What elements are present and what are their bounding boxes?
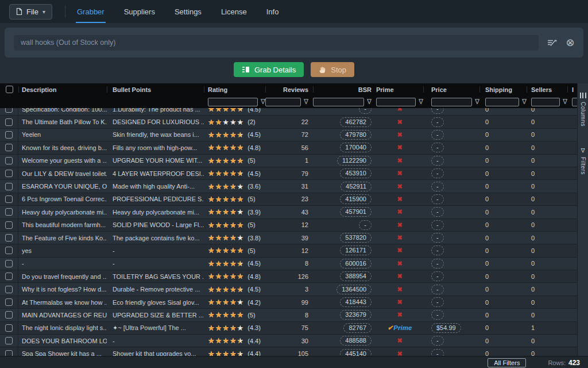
funnel-icon[interactable]: ∇ (563, 98, 567, 105)
cell-bsr: 418443 (313, 296, 376, 308)
row-checkbox[interactable] (5, 286, 13, 293)
funnel-icon[interactable]: ∇ (261, 98, 265, 105)
table-row[interactable]: Our LILY & DREW travel toilet... 4 LAYER… (0, 167, 577, 180)
cell-price: - (423, 180, 479, 192)
row-checkbox[interactable] (5, 170, 13, 177)
row-checkbox[interactable] (5, 157, 13, 164)
cell-rating: ★★★★★★★★★★ (4.5) (204, 129, 265, 141)
column-header-shipping[interactable]: Shipping (479, 83, 527, 95)
no-prime-icon: ✖ (397, 157, 402, 164)
row-checkbox[interactable] (5, 260, 13, 267)
table-row[interactable]: Welcome your guests with a ... UPGRADE Y… (0, 155, 577, 167)
grab-details-button[interactable]: Grab Details (234, 62, 304, 77)
filter-edit-icon[interactable] (544, 35, 559, 50)
table-row[interactable]: yes - ★★★★★★★★★★ (5) 12 126171 ✖ ✔Prime … (0, 244, 577, 257)
filter-input-reviews[interactable] (265, 98, 301, 106)
table-row[interactable]: The Feature of Five kinds Ko... The pack… (0, 232, 577, 244)
table-row[interactable]: Heavy duty polycarbonate mi... Heavy dut… (0, 206, 577, 218)
table-row[interactable]: The night Ionic display light s... ✦~ [U… (0, 322, 577, 335)
column-header-prime[interactable]: Prime (376, 83, 423, 95)
tab-suppliers[interactable]: Suppliers (123, 0, 156, 23)
column-header-rating[interactable]: Rating (204, 83, 265, 95)
column-header-sellers[interactable]: Sellers (527, 83, 567, 95)
no-prime-icon: ✖ (397, 337, 402, 344)
all-filters-button[interactable]: All Filters (488, 358, 526, 367)
row-checkbox[interactable] (5, 350, 13, 356)
cell-extra (567, 270, 577, 282)
tab-settings[interactable]: Settings (173, 0, 203, 23)
stop-button[interactable]: Stop (311, 62, 354, 77)
filter-input-bsr[interactable] (313, 98, 364, 106)
table-row[interactable]: At Thermalabs we know how ... Eco friend… (0, 296, 577, 309)
table-row[interactable]: The Ultimate Bath Pillow To K... DESIGNE… (0, 116, 577, 128)
row-checkbox[interactable] (5, 131, 13, 139)
file-menu-button[interactable]: File ▾ (9, 4, 52, 20)
filter-input-shipping[interactable] (485, 98, 519, 106)
column-header-extra[interactable]: I (567, 83, 577, 95)
cell-sellers: 0 (527, 219, 567, 231)
row-checkbox[interactable] (5, 208, 13, 216)
row-checkbox[interactable] (5, 298, 13, 306)
column-header-bsr[interactable]: BSR (313, 83, 376, 95)
select-all-checkbox[interactable] (6, 86, 13, 93)
table-row[interactable]: - - ★★★★★★★★★★ (4.5) 8 600016 ✖ ✔Prime -… (0, 258, 577, 270)
funnel-icon[interactable]: ∇ (475, 98, 479, 105)
filter-input-price[interactable] (431, 98, 472, 106)
filter-input-rating[interactable] (208, 98, 258, 106)
table-row[interactable]: Yeelen Skin friendly, the wax beans i...… (0, 129, 577, 141)
clear-search-icon[interactable]: ⊗ (563, 35, 578, 50)
row-checkbox[interactable] (5, 221, 13, 229)
cell-rating: ★★★★★★★★★★ (4.5) (204, 108, 265, 115)
row-checkbox[interactable] (5, 234, 13, 241)
table-filter-row: ∇∇∇∇∇∇∇∇ (0, 95, 577, 108)
table-row[interactable]: This beautiful modern farmh... SOLID PIN… (0, 219, 577, 232)
row-checkbox[interactable] (5, 195, 13, 203)
cell-price: - (423, 108, 479, 115)
tab-license[interactable]: License (220, 0, 248, 23)
column-header-reviews[interactable]: Reviews (265, 83, 313, 95)
table-row[interactable]: Spa Spa Shower kit has a ... Shower kit … (0, 347, 577, 356)
filter-input-prime[interactable] (376, 98, 416, 106)
star-rating-icon: ★★★★★★★★★★ (208, 183, 244, 190)
table-row[interactable]: Specification: Condition: 100... 1.Durab… (0, 108, 577, 116)
search-input[interactable] (14, 35, 539, 51)
table-row[interactable]: DOES YOUR BATHROOM LO... - ★★★★★★★★★★ (4… (0, 335, 577, 347)
cell-prime: ✖ ✔Prime (376, 180, 423, 192)
row-checkbox[interactable] (5, 273, 13, 280)
cell-rating: ★★★★★★★★★★ (4.3) (204, 322, 265, 334)
table-row[interactable]: Known for its deep, driving b... Fills a… (0, 141, 577, 154)
funnel-icon[interactable]: ∇ (367, 98, 372, 105)
cell-rating: ★★★★★★★★★★ (4.5) (204, 167, 265, 179)
table-row[interactable]: ESARORA YOUR UNIQUE, O... Made with high… (0, 180, 577, 193)
cell-sellers: 0 (527, 347, 567, 356)
rating-value: (3.6) (247, 183, 261, 190)
cell-prime: ✖ ✔Prime (376, 296, 423, 308)
column-header-bullets[interactable]: Bullet Points (107, 83, 204, 95)
filter-input-extra[interactable] (572, 98, 577, 106)
table-row[interactable]: MAIN ADVANTAGES OF REU... UPGRADED SIZE … (0, 309, 577, 321)
row-checkbox[interactable] (5, 311, 13, 319)
cell-description: yes (18, 244, 107, 256)
column-header-price[interactable]: Price (423, 83, 479, 95)
row-checkbox[interactable] (5, 324, 13, 332)
row-checkbox[interactable] (5, 183, 13, 190)
funnel-icon[interactable]: ∇ (522, 98, 527, 105)
row-checkbox[interactable] (5, 118, 13, 126)
table-row[interactable]: Do you travel frequently and ... TOILETR… (0, 270, 577, 283)
column-header-description[interactable]: Description (18, 83, 107, 95)
column-header-check[interactable] (0, 83, 18, 95)
table-row[interactable]: 6 Pcs Ingrown Toenail Correc... PROFESSI… (0, 193, 577, 206)
rail-columns-button[interactable]: Columns (580, 93, 586, 126)
cell-rating: ★★★★★★★★★★ (5) (204, 219, 265, 231)
row-checkbox[interactable] (5, 247, 13, 254)
row-checkbox[interactable] (5, 108, 13, 113)
filter-input-sellers[interactable] (531, 98, 560, 106)
row-checkbox[interactable] (5, 144, 13, 151)
tab-info[interactable]: Info (265, 0, 280, 23)
table-row[interactable]: Why it is not fogless? How d... Durable … (0, 283, 577, 296)
row-checkbox[interactable] (5, 337, 13, 344)
rail-filters-button[interactable]: ∇ Filters (580, 147, 586, 175)
tab-grabber[interactable]: Grabber (76, 0, 106, 23)
funnel-icon[interactable]: ∇ (419, 98, 423, 105)
funnel-icon[interactable]: ∇ (304, 98, 308, 105)
